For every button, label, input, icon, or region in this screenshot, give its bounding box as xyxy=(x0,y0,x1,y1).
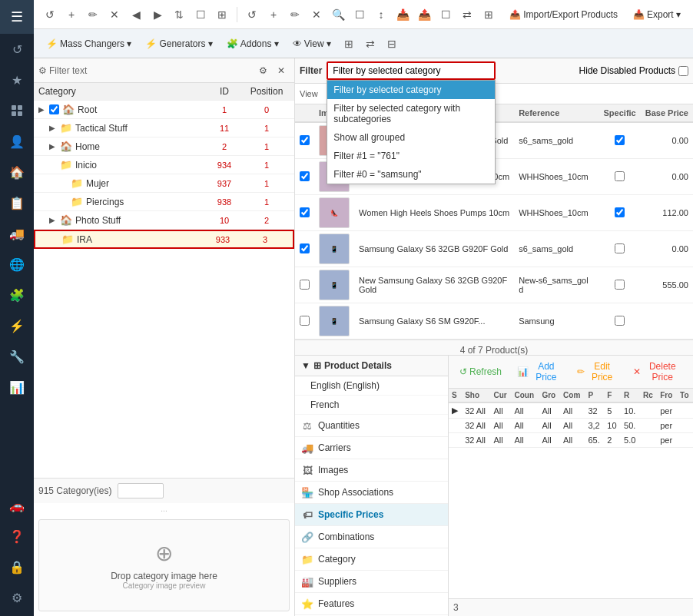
delete-btn[interactable]: ✕ xyxy=(104,5,124,25)
row3-cb[interactable] xyxy=(300,207,310,217)
dropdown-item-4[interactable]: Filter #1 = "761" xyxy=(327,147,495,165)
select-btn[interactable]: ☐ xyxy=(191,5,211,25)
menu-images[interactable]: 🖼 Images xyxy=(295,459,448,482)
home-pos: 1 xyxy=(244,142,290,151)
image-drop-area[interactable]: ⊕ Drop category image here Category imag… xyxy=(38,519,290,611)
nav-transport[interactable]: 🚗 xyxy=(0,490,34,521)
edit-price-btn[interactable]: ✏ Edit Price xyxy=(571,359,624,385)
row2-specific[interactable] xyxy=(615,171,625,181)
dropdown-item-3[interactable]: Show all grouped xyxy=(327,128,495,147)
product-delete-btn[interactable]: ✕ xyxy=(307,5,327,25)
root-checkbox[interactable] xyxy=(49,104,59,114)
filter-select[interactable]: Filter by selected category Filter by se… xyxy=(327,61,496,80)
specific-prices-label: Specific Prices xyxy=(318,509,383,520)
row3-specific[interactable] xyxy=(615,207,625,217)
row5-cb[interactable] xyxy=(300,280,310,290)
tree-item-tactical[interactable]: ▶ 📁 Tactical Stuff 11 1 xyxy=(34,119,294,137)
product-import-btn[interactable]: 📥 xyxy=(393,5,413,25)
refresh-price-btn[interactable]: ↺ Refresh xyxy=(453,364,508,379)
grid-btn[interactable]: ⊞ xyxy=(212,5,232,25)
import-export-button[interactable]: 📤 Import/Export Products xyxy=(503,7,624,22)
refresh-btn[interactable]: ↺ xyxy=(40,5,60,25)
menu-shop-associations[interactable]: 🏪 Shop Associations xyxy=(295,482,448,504)
nav-catalog[interactable] xyxy=(0,95,34,126)
nav-security[interactable]: 🔒 xyxy=(0,551,34,582)
lang-english[interactable]: English (English) xyxy=(295,376,448,396)
dropdown-item-2[interactable]: Filter by selected category with subcate… xyxy=(327,99,495,128)
menu-features[interactable]: ⭐ Features xyxy=(295,593,448,615)
folder-icon: 🏠 xyxy=(60,141,72,152)
product-btn1[interactable]: ☐ xyxy=(436,5,456,25)
sort-btn[interactable]: ⇅ xyxy=(169,5,189,25)
tree-item-piercings[interactable]: 📁 Piercings 938 1 xyxy=(34,193,294,211)
product-search-btn[interactable]: 🔍 xyxy=(328,5,348,25)
toolbar2-btn1[interactable]: ⊞ xyxy=(339,34,359,54)
addons-btn[interactable]: 🧩 Addons ▾ xyxy=(220,36,285,51)
menu-suppliers[interactable]: 🏭 Suppliers xyxy=(295,571,448,593)
tree-item-inicio[interactable]: 📁 Inicio 934 1 xyxy=(34,156,294,174)
nav-advanced[interactable]: ⚡ xyxy=(0,310,34,341)
tree-item-home[interactable]: ▶ 🏠 Home 2 1 xyxy=(34,137,294,156)
generators-btn[interactable]: ⚡ Generators ▾ xyxy=(139,36,218,51)
nav-maintenance[interactable]: 🔧 xyxy=(0,341,34,372)
move-down-btn[interactable]: ▶ xyxy=(148,5,167,25)
category-page-input[interactable] xyxy=(118,483,164,498)
nav-modules[interactable]: 🧩 xyxy=(0,280,34,310)
nav-localization[interactable]: 🌐 xyxy=(0,249,34,280)
images-icon: 🖼 xyxy=(301,464,313,476)
add-btn[interactable]: + xyxy=(61,5,81,25)
toolbar2-btn2[interactable]: ⇄ xyxy=(360,34,380,54)
menu-category[interactable]: 📁 Category xyxy=(295,548,448,571)
nav-orders[interactable]: 📋 xyxy=(0,187,34,218)
product-export-btn[interactable]: 📤 xyxy=(414,5,434,25)
mass-changers-btn[interactable]: ⚡ Mass Changers ▾ xyxy=(40,36,138,51)
row1-specific[interactable] xyxy=(615,135,625,145)
nav-help[interactable]: ❓ xyxy=(0,521,34,551)
edit-btn[interactable]: ✏ xyxy=(83,5,103,25)
dropdown-item-1[interactable]: Filter by selected category xyxy=(327,81,495,99)
move-up-btn[interactable]: ◀ xyxy=(126,5,146,25)
nav-reports[interactable]: 📊 xyxy=(0,372,34,402)
filter-settings-btn[interactable]: ⚙ xyxy=(254,62,271,79)
filter-reset-btn[interactable]: ✕ xyxy=(273,62,290,79)
row5-specific[interactable] xyxy=(615,280,625,290)
tree-item-photo[interactable]: ▶ 🏠 Photo Stuff 10 2 xyxy=(34,211,294,230)
row4-cb[interactable] xyxy=(300,243,310,253)
tree-item-root[interactable]: ▶ 🏠 Root 1 0 xyxy=(34,101,294,119)
nav-refresh[interactable]: ↺ xyxy=(0,34,34,65)
nav-favorites[interactable]: ★ xyxy=(0,65,34,95)
delete-price-btn[interactable]: ✕ Delete Price xyxy=(627,359,688,385)
menu-carriers[interactable]: 🚚 Carriers xyxy=(295,437,448,459)
nav-customers[interactable]: 👤 xyxy=(0,126,34,157)
menu-specific-prices[interactable]: 🏷 Specific Prices xyxy=(295,504,448,526)
menu-quantities[interactable]: ⚖ Quantities xyxy=(295,415,448,437)
row6-cb[interactable] xyxy=(300,316,310,326)
tactical-name: Tactical Stuff xyxy=(75,123,205,134)
product-add-btn[interactable]: + xyxy=(264,5,284,25)
toolbar2-btn3[interactable]: ⊟ xyxy=(382,34,402,54)
hide-disabled-checkbox[interactable] xyxy=(678,66,688,76)
nav-settings[interactable]: ⚙ xyxy=(0,582,34,613)
product-edit-btn[interactable]: ✏ xyxy=(285,5,305,25)
menu-icon[interactable]: ☰ xyxy=(0,2,34,32)
nav-home[interactable]: 🏠 xyxy=(0,157,34,187)
menu-combinations[interactable]: 🔗 Combinations xyxy=(295,526,448,548)
row1-cb[interactable] xyxy=(300,135,310,145)
row4-specific[interactable] xyxy=(615,243,625,253)
product-columns-btn[interactable]: ↕ xyxy=(371,5,391,25)
export-button[interactable]: 📥 Export ▾ xyxy=(627,7,687,22)
tree-item-mujer[interactable]: 📁 Mujer 937 1 xyxy=(34,174,294,193)
lang-french[interactable]: French xyxy=(295,396,448,415)
tree-item-ira[interactable]: 📁 IRA 933 3 xyxy=(34,230,294,249)
product-refresh-btn[interactable]: ↺ xyxy=(242,5,262,25)
view-btn[interactable]: 👁 View ▾ xyxy=(287,36,337,51)
product-details-header[interactable]: ▼ ⊞ Product Details xyxy=(295,356,448,376)
row6-specific[interactable] xyxy=(615,316,625,326)
add-price-btn[interactable]: 📊 Add Price xyxy=(511,359,568,385)
product-btn3[interactable]: ⊞ xyxy=(479,5,499,25)
row2-cb[interactable] xyxy=(300,171,310,181)
product-select-all-btn[interactable]: ☐ xyxy=(350,5,370,25)
product-btn2[interactable]: ⇄ xyxy=(457,5,477,25)
dropdown-item-5[interactable]: Filter #0 = "samsung" xyxy=(327,165,495,184)
nav-shipping[interactable]: 🚚 xyxy=(0,218,34,249)
